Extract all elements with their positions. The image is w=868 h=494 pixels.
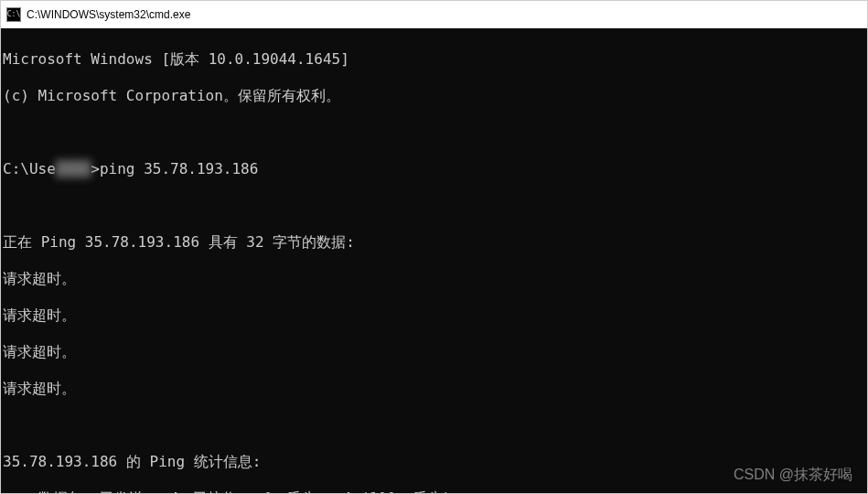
stats-detail: 数据包: 已发送 = 4，已接收 = 0，丢失 = 4 (100% 丢失)， — [3, 489, 865, 493]
timeout-line: 请求超时。 — [3, 270, 865, 288]
blank-line — [3, 416, 865, 435]
prompt1-prefix: C:\Use — [3, 160, 56, 177]
blank-line — [3, 124, 865, 142]
cmd-window: C:\ C:\WINDOWS\system32\cmd.exe Microsof… — [0, 0, 868, 494]
ping-header: 正在 Ping 35.78.193.186 具有 32 字节的数据: — [3, 233, 865, 252]
cmd-icon: C:\ — [6, 7, 21, 22]
redacted-username-1: ████ — [56, 160, 91, 178]
timeout-line: 请求超时。 — [3, 380, 865, 398]
version-line: Microsoft Windows [版本 10.0.19044.1645] — [3, 50, 865, 69]
timeout-line: 请求超时。 — [3, 343, 865, 361]
titlebar[interactable]: C:\ C:\WINDOWS\system32\cmd.exe — [1, 1, 867, 28]
terminal-output[interactable]: Microsoft Windows [版本 10.0.19044.1645] (… — [1, 28, 867, 493]
timeout-line: 请求超时。 — [3, 306, 865, 325]
stats-header: 35.78.193.186 的 Ping 统计信息: — [3, 453, 865, 471]
prompt-line-1: C:\Use████>ping 35.78.193.186 — [3, 160, 865, 178]
window-title: C:\WINDOWS\system32\cmd.exe — [27, 8, 190, 21]
copyright-line: (c) Microsoft Corporation。保留所有权利。 — [3, 87, 865, 105]
blank-line — [3, 197, 865, 215]
prompt1-command: >ping 35.78.193.186 — [91, 160, 258, 177]
cmd-icon-label: C:\ — [7, 11, 20, 18]
